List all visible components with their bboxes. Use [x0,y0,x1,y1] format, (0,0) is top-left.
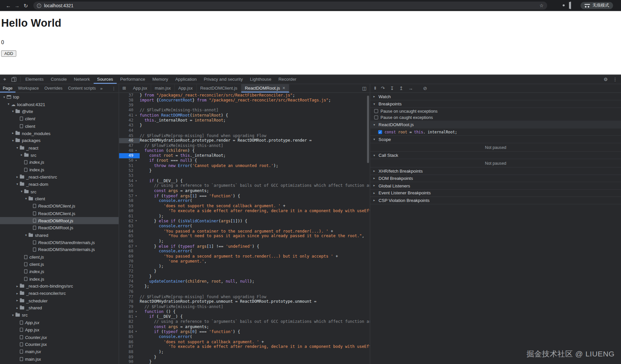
code-line[interactable]: 50▾ if (root === null) { [119,158,370,163]
fold-arrow-icon[interactable]: ▾ [133,148,139,153]
gutter[interactable]: 78 [119,299,140,304]
code-line[interactable]: 71 ); [119,264,370,269]
gutter[interactable]: 77 [119,294,140,299]
devtools-tab-recorder[interactable]: Recorder [275,75,300,84]
tree-item-shared[interactable]: ▾shared [0,232,119,239]
fold-arrow-icon[interactable]: ▾ [133,329,139,334]
code-line[interactable]: 85 console.error( [119,334,370,339]
fold-arrow-icon[interactable]: ▾ [133,219,139,224]
line-number[interactable]: 79 [119,304,133,309]
code-line[interactable]: 77// $FlowFixMe[prop-missing] found when… [119,294,370,299]
line-number[interactable]: 46 [119,138,133,143]
code-line[interactable]: 79 // $FlowFixMe[missing-this-annot] [119,304,370,309]
code-line[interactable]: 43} [119,123,370,128]
breakpoint-file-group[interactable]: ▾ ReactDOMRoot.js [370,121,621,128]
gutter[interactable]: 62▾ [119,219,140,224]
devtools-tab-network[interactable]: Network [70,75,93,84]
gutter[interactable]: 84▾ [119,329,140,334]
code-line[interactable]: 76 [119,289,370,294]
gutter[interactable]: 48▾ [119,148,140,153]
navigator-tab-page[interactable]: Page [0,84,15,92]
tree-item-src[interactable]: ▸src [0,152,119,159]
gutter[interactable]: 44 [119,128,140,133]
tree-item-client-js[interactable]: client.js [0,261,119,268]
inspect-icon[interactable]: ⌖ [0,75,10,84]
deactivate-breakpoints-icon[interactable]: ⊘ [423,86,427,91]
tree-item-src[interactable]: ▾src [0,312,119,319]
device-toolbar-icon[interactable] [10,75,19,84]
line-number[interactable]: 37 [119,93,133,98]
editor-tab-reactdomroot-js[interactable]: ReactDOMRoot.js× [241,84,289,92]
code-line[interactable]: 86 'does not support a callback argument… [119,340,370,345]
line-number[interactable]: 64 [119,229,133,234]
code-editor[interactable]: 37} from "/packages/_react-reconciler/sr… [119,93,370,364]
fold-arrow-icon[interactable]: ▾ [133,309,139,314]
checkbox-unchecked-icon[interactable] [374,116,378,120]
gutter[interactable]: 73 [119,274,140,279]
code-line[interactable]: 90 } [119,360,370,364]
step-out-icon[interactable]: ↥ [399,86,403,91]
line-number[interactable]: 77 [119,294,133,299]
code-line[interactable]: 65 "You don't need to pass it again sinc… [119,234,370,239]
chevron-right-icon[interactable]: ▸ [15,284,20,288]
code-line[interactable]: 66 ); [119,239,370,244]
url-text[interactable]: localhost:4321 [44,3,73,8]
gutter[interactable]: 49 [119,153,140,158]
gutter[interactable]: 90 [119,360,140,364]
editor-tab-main-jsx[interactable]: main.jsx [151,84,175,92]
line-number[interactable]: 82 [119,320,133,324]
gutter[interactable]: 85 [119,334,140,339]
chevron-down-icon[interactable]: ▾ [6,102,11,106]
gutter[interactable]: 64 [119,229,140,234]
line-number[interactable]: 53 [119,173,133,178]
line-number[interactable]: 48 [119,148,133,153]
line-number[interactable]: 61 [119,214,133,219]
line-number[interactable]: 58 [119,199,133,204]
tree-item-top[interactable]: ▾top [0,93,119,100]
devtools-tab-privacy-and-security[interactable]: Privacy and security [200,75,246,84]
chevron-down-icon[interactable]: ▾ [19,190,24,193]
gutter[interactable]: 38 [119,98,140,103]
tree-item-node-modules[interactable]: ▸node_modules [0,130,119,137]
gutter[interactable]: 52 [119,168,140,173]
code-line[interactable]: 41▾function ReactDOMRoot(internalRoot) { [119,113,370,118]
code-line[interactable]: 44 [119,128,370,133]
incognito-badge[interactable]: 无痕模式 [580,2,613,9]
gutter[interactable]: 39 [119,103,140,108]
step-into-icon[interactable]: ↧ [390,86,394,91]
gutter[interactable]: 43 [119,123,140,128]
fold-arrow-icon[interactable]: ▾ [133,113,139,118]
chevron-right-icon[interactable]: ▸ [15,306,20,310]
chevron-down-icon[interactable]: ▾ [2,95,7,99]
code-line[interactable]: 63 console.error( [119,224,370,229]
line-number[interactable]: 43 [119,123,133,128]
line-number[interactable]: 76 [119,289,133,294]
code-line[interactable]: 89 } [119,354,370,359]
gutter[interactable]: 45 [119,133,140,138]
sidebar-section-global-listeners[interactable]: ▸Global Listeners [370,182,621,189]
code-line[interactable]: 72 } [119,269,370,274]
line-number[interactable]: 90 [119,360,133,364]
devtools-tab-performance[interactable]: Performance [117,75,149,84]
code-line[interactable]: 37} from "/packages/_react-reconciler/sr… [119,93,370,98]
line-number[interactable]: 47 [119,143,133,148]
code-line[interactable]: 70 'one argument.', [119,259,370,264]
pause-icon[interactable]: ‖ [374,86,376,90]
tree-item-reactdomclient-js[interactable]: ReactDOMClient.js [0,210,119,217]
tree-item-index-js[interactable]: index.js [0,166,119,173]
checkbox-unchecked-icon[interactable] [374,109,378,113]
code-line[interactable]: 74 updateContainer(children, root, null,… [119,279,370,284]
fold-arrow-icon[interactable]: ▾ [133,158,139,163]
line-number[interactable]: 66 [119,239,133,244]
line-number[interactable]: 72 [119,269,133,274]
gutter[interactable]: 88 [119,350,140,354]
code-line[interactable]: 62▾ } else if (isValidContainer(args[1])… [119,219,370,224]
code-line[interactable]: 88 ); [119,350,370,354]
code-line[interactable]: 52 } [119,168,370,173]
devtools-tab-elements[interactable]: Elements [22,75,47,84]
fold-arrow-icon[interactable]: ▾ [133,314,139,319]
code-line[interactable]: 78ReactDOMHydrationRoot.prototype.unmoun… [119,299,370,304]
more-vert-icon[interactable]: ⋮ [613,76,617,82]
gutter[interactable]: 82 [119,320,140,324]
open-files-icon[interactable]: ⊞ [119,84,129,92]
